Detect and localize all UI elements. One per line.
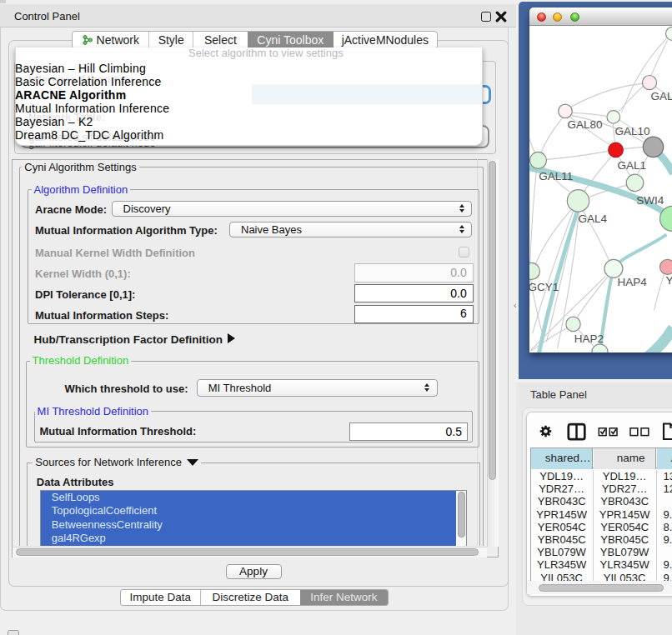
svg-text:GAL1: GAL1 (617, 159, 646, 172)
svg-text:HAP4: HAP4 (617, 275, 647, 288)
svg-text:HAP2: HAP2 (574, 332, 603, 344)
svg-text:YJ: YJ (665, 274, 672, 287)
svg-text:GAL10: GAL10 (614, 124, 649, 137)
svg-text:GCY1: GCY1 (529, 280, 559, 292)
svg-text:GAL2: GAL2 (650, 90, 672, 102)
svg-text:GAL4: GAL4 (578, 212, 607, 225)
svg-text:GAL80: GAL80 (567, 118, 602, 130)
svg-text:SWI4: SWI4 (636, 194, 664, 207)
svg-text:GAL11: GAL11 (539, 169, 573, 182)
